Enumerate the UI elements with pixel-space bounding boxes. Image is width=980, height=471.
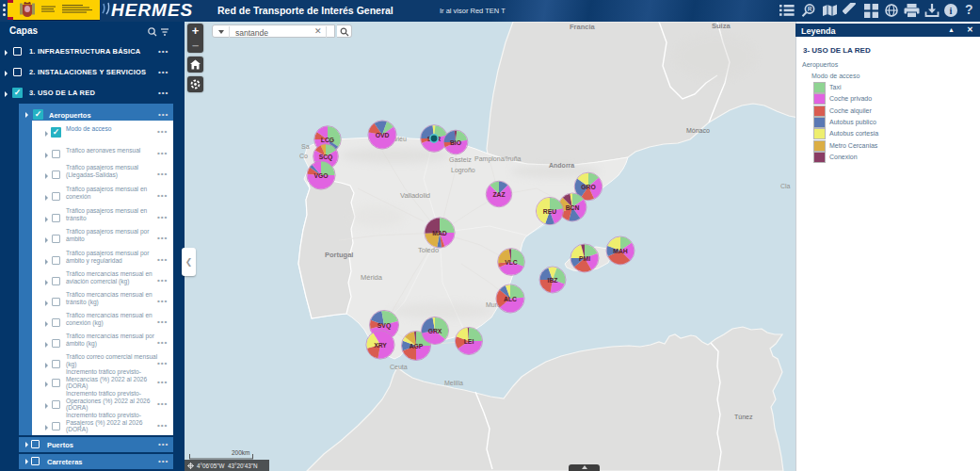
svg-text:Cla: Cla <box>780 183 791 189</box>
svg-text:MAH: MAH <box>613 248 628 254</box>
svg-text:Ceuta: Ceuta <box>390 364 408 370</box>
svg-text:Mónaco: Mónaco <box>686 127 710 134</box>
svg-text:Suiza: Suiza <box>712 22 731 30</box>
svg-text:LCG: LCG <box>321 137 334 143</box>
svg-text:BIO: BIO <box>450 139 461 146</box>
svg-text:Melilla: Melilla <box>444 380 463 386</box>
svg-text:Túnez: Túnez <box>734 414 753 420</box>
svg-text:Sa: Sa <box>301 143 310 150</box>
svg-text:MAD: MAD <box>432 230 447 236</box>
svg-text:Andorra: Andorra <box>549 162 574 169</box>
svg-text:Gasteiz: Gasteiz <box>449 156 472 163</box>
svg-text:XRY: XRY <box>374 342 387 349</box>
svg-text:GRX: GRX <box>428 328 442 334</box>
svg-text:Portugal: Portugal <box>325 251 353 259</box>
svg-text:Pamplona/Iruña: Pamplona/Iruña <box>474 155 522 163</box>
svg-text:OVD: OVD <box>376 132 390 138</box>
svg-text:SCQ: SCQ <box>319 154 333 161</box>
svg-text:LEI: LEI <box>464 338 474 345</box>
svg-text:AGP: AGP <box>410 343 424 349</box>
svg-text:Co: Co <box>299 153 308 159</box>
svg-text:i: i <box>950 6 953 16</box>
svg-text:Logroño: Logroño <box>451 167 475 174</box>
svg-text:R: R <box>808 6 812 12</box>
svg-text:VGO: VGO <box>313 172 328 179</box>
svg-text:VLC: VLC <box>505 259 518 266</box>
svg-text:GRO: GRO <box>581 184 595 190</box>
svg-text:Francia: Francia <box>570 23 596 31</box>
svg-text:ALC: ALC <box>504 296 517 302</box>
svg-text:Mérida: Mérida <box>361 273 383 282</box>
svg-text:ZAZ: ZAZ <box>492 191 505 198</box>
svg-text:IBZ: IBZ <box>548 277 558 284</box>
svg-text:REU: REU <box>543 208 556 215</box>
svg-text:SVQ: SVQ <box>378 322 391 330</box>
svg-text:PMI: PMI <box>579 255 590 262</box>
svg-text:BCN: BCN <box>566 204 580 211</box>
svg-text:Valladolid: Valladolid <box>400 191 430 200</box>
